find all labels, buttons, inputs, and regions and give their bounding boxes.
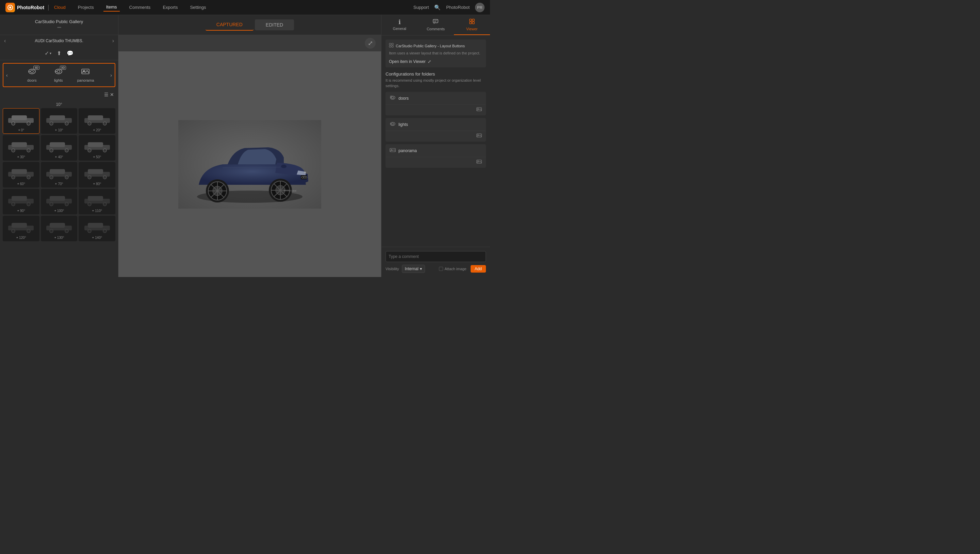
rpanel-tab-general[interactable]: ℹ General [382, 15, 417, 35]
config-title: Configurations for folders [385, 72, 486, 76]
visibility-select[interactable]: Internal ▾ [402, 265, 425, 273]
comment-tab-icon [433, 18, 439, 26]
folder-thumb-icon-doors [476, 107, 482, 113]
folder-tabs: 3D doors 3D lights [9, 65, 109, 85]
thumb-item-8[interactable]: ✦ 80° [79, 162, 115, 188]
tab-edited[interactable]: EDITED [255, 19, 294, 30]
folder-config-lights-header: lights [385, 118, 486, 131]
thumb-item-11[interactable]: ✦ 110° [79, 189, 115, 214]
thumb-image-10 [43, 191, 76, 208]
prev-project-arrow[interactable]: ‹ [3, 37, 7, 45]
svg-point-28 [50, 149, 53, 152]
add-comment-button[interactable]: Add [471, 265, 486, 272]
attach-image-area[interactable]: Attach image [439, 267, 466, 271]
folder-tab-prev-arrow[interactable]: ‹ [5, 72, 9, 78]
thumbnails-scroll[interactable]: 10° ✦ 0° [0, 99, 118, 277]
visibility-dropdown-icon: ▾ [420, 266, 422, 271]
svg-point-1 [9, 6, 11, 8]
nav-divider: | [48, 4, 49, 11]
nav-item-settings[interactable]: Settings [187, 3, 208, 11]
visibility-label: Visibility [385, 267, 399, 271]
thumb-image-1 [43, 110, 76, 127]
viewer-layout-desc: Item uses a viewer layout that is define… [389, 51, 482, 56]
left-sidebar: CarStudio Public Gallery ‹ AUDI CarStudi… [0, 15, 118, 277]
svg-point-41 [65, 175, 68, 179]
tab-captured[interactable]: CAPTURED [205, 19, 253, 30]
search-icon[interactable]: 🔍 [434, 5, 441, 11]
thumb-item-1[interactable]: ✦ 10° [41, 108, 78, 134]
attach-image-label: Attach image [444, 267, 466, 271]
panorama-config-icon [390, 148, 396, 153]
user-label[interactable]: PhotoRobot [446, 5, 469, 10]
thumb-angle-10: ✦ 100° [43, 209, 76, 213]
svg-point-24 [11, 149, 15, 152]
rpanel-tab-viewer[interactable]: Viewer [454, 15, 490, 35]
folder-config-panorama: panorama [385, 144, 486, 168]
thumb-angle-0: ✦ 0° [5, 128, 38, 132]
thumb-item-2[interactable]: ✦ 20° [79, 108, 115, 134]
nav-item-comments[interactable]: Comments [127, 3, 153, 11]
upload-action[interactable]: ⬆ [57, 50, 61, 56]
next-project-arrow[interactable]: › [111, 37, 115, 45]
svg-point-60 [11, 229, 15, 233]
avatar[interactable]: PR [475, 3, 485, 12]
svg-point-57 [103, 202, 107, 206]
external-link-icon: ⤢ [368, 40, 373, 47]
comment-area: Visibility Internal ▾ Attach image Add [382, 247, 490, 277]
thumb-item-7[interactable]: ✦ 70° [41, 162, 78, 188]
svg-rect-43 [88, 169, 103, 174]
attach-checkbox[interactable] [439, 267, 443, 271]
main-layout: CarStudio Public Gallery ‹ AUDI CarStudi… [0, 15, 490, 277]
thumb-item-0[interactable]: ✦ 0° [3, 108, 40, 134]
svg-point-69 [103, 229, 107, 233]
comment-action[interactable]: 💬 [67, 50, 73, 56]
comment-input[interactable] [385, 251, 486, 262]
sidebar-header: CarStudio Public Gallery [0, 15, 118, 35]
thumb-image-12 [5, 217, 38, 235]
nav-item-exports[interactable]: Exports [160, 3, 180, 11]
thumb-item-5[interactable]: ✦ 50° [79, 135, 115, 161]
nav-item-items[interactable]: Items [103, 3, 120, 11]
folder-tab-doors[interactable]: 3D doors [20, 65, 44, 85]
thumb-item-10[interactable]: ✦ 100° [41, 189, 78, 214]
thumb-item-14[interactable]: ✦ 140° [79, 216, 115, 241]
logo-text: PhotoRobot [17, 5, 44, 10]
svg-point-45 [103, 175, 107, 179]
doors-config-name: doors [398, 96, 409, 101]
thumb-image-3 [5, 137, 38, 154]
svg-rect-31 [88, 142, 103, 147]
thumb-item-4[interactable]: ✦ 40° [41, 135, 78, 161]
view-toggle-button[interactable]: ☰ ✕ [104, 92, 114, 97]
thumb-angle-7: ✦ 70° [43, 182, 76, 186]
folder-tab-lights[interactable]: 3D lights [47, 65, 70, 85]
thumbnail-controls: ☰ ✕ [0, 90, 118, 99]
svg-rect-93 [433, 19, 438, 23]
thumb-item-6[interactable]: ✦ 60° [3, 162, 40, 188]
folder-tab-next-arrow[interactable]: › [109, 72, 113, 78]
viewer-tabs: CAPTURED EDITED [118, 15, 381, 35]
upload-icon: ⬆ [57, 50, 61, 56]
svg-rect-101 [392, 43, 393, 45]
svg-point-53 [65, 202, 68, 206]
svg-point-61 [27, 229, 30, 233]
top-navigation: PhotoRobot | Cloud Projects Items Commen… [0, 0, 490, 15]
thumb-item-12[interactable]: ✦ 120° [3, 216, 40, 241]
external-link-button[interactable]: ⤢ [365, 38, 375, 49]
thumb-angle-12: ✦ 120° [5, 236, 38, 240]
support-link[interactable]: Support [414, 5, 429, 10]
svg-point-68 [88, 229, 91, 233]
thumb-item-9[interactable]: ✦ 90° [3, 189, 40, 214]
thumb-item-13[interactable]: ✦ 130° [41, 216, 78, 241]
svg-point-40 [50, 175, 53, 179]
open-viewer-button[interactable]: Open item in Viewer ⤢ [389, 59, 482, 64]
folder-tab-panorama[interactable]: panorama [73, 65, 98, 85]
thumb-item-3[interactable]: ✦ 30° [3, 135, 40, 161]
logo-area[interactable]: PhotoRobot | Cloud [5, 3, 66, 12]
svg-rect-99 [472, 22, 474, 24]
svg-rect-11 [11, 115, 27, 120]
thumb-angle-3: ✦ 30° [5, 155, 38, 159]
folder-tab-lights-label: lights [54, 78, 63, 82]
rpanel-tab-comments[interactable]: Comments [417, 15, 453, 35]
nav-item-projects[interactable]: Projects [75, 3, 97, 11]
approve-action[interactable]: ✓ ▾ [45, 50, 51, 56]
